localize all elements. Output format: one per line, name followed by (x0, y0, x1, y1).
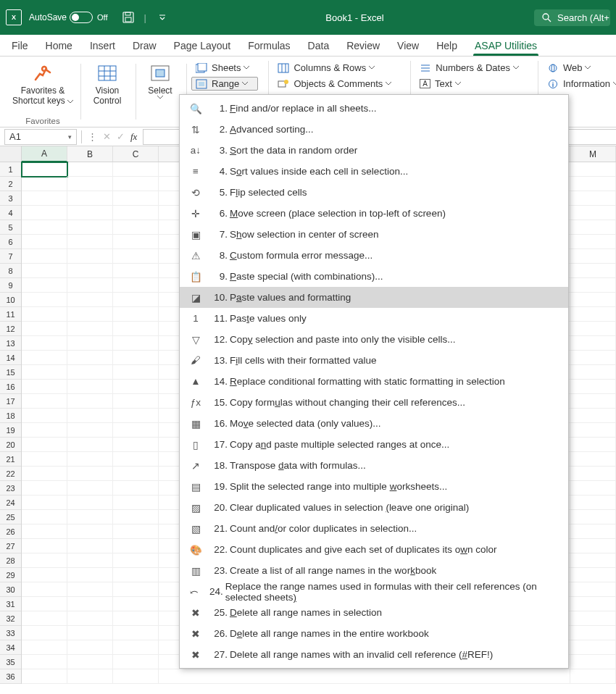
cell[interactable] (22, 582, 67, 597)
text-button[interactable]: AText (415, 77, 528, 91)
row-header[interactable]: 4 (0, 206, 21, 220)
cell[interactable] (570, 597, 616, 611)
cell[interactable] (113, 423, 159, 438)
cell[interactable] (22, 278, 67, 293)
cell[interactable] (113, 351, 159, 365)
cell[interactable] (67, 365, 113, 380)
cell[interactable] (67, 249, 113, 264)
cell[interactable] (570, 539, 616, 553)
cell[interactable] (22, 669, 67, 684)
row-header[interactable]: 20 (0, 438, 21, 452)
col-header-b[interactable]: B (67, 146, 113, 162)
tab-insert[interactable]: Insert (81, 35, 124, 56)
chevron-down-icon[interactable]: ▾ (68, 133, 72, 141)
cell[interactable] (22, 365, 67, 380)
row-header[interactable]: 26 (0, 524, 21, 539)
menu-item-10[interactable]: ◪10. Paste values and formatting (180, 287, 568, 308)
cell[interactable] (113, 568, 159, 582)
cell[interactable] (22, 553, 67, 568)
save-button[interactable] (118, 7, 138, 28)
cell[interactable] (113, 220, 159, 235)
cell[interactable] (22, 452, 67, 467)
cell[interactable] (570, 293, 616, 307)
cell[interactable] (67, 669, 113, 684)
cell[interactable] (67, 568, 113, 582)
row-header[interactable]: 32 (0, 611, 21, 626)
cell[interactable] (22, 611, 67, 626)
cell[interactable] (113, 611, 159, 626)
cell[interactable] (570, 438, 616, 452)
cell[interactable] (570, 264, 616, 278)
cell[interactable] (22, 524, 67, 539)
cell[interactable] (22, 336, 67, 351)
enter-icon[interactable]: ✓ (117, 131, 125, 142)
cell[interactable] (570, 177, 616, 191)
cell[interactable] (113, 510, 159, 524)
cell[interactable] (22, 568, 67, 582)
col-header-m[interactable]: M (570, 146, 616, 162)
objects-comments-button[interactable]: Objects & Comments (273, 77, 400, 91)
menu-item-26[interactable]: ✖26. Delete all range names in the entir… (180, 623, 568, 644)
tab-home[interactable]: Home (37, 35, 81, 56)
cell[interactable] (570, 380, 616, 394)
cell[interactable] (113, 582, 159, 597)
row-header[interactable]: 34 (0, 640, 21, 655)
menu-item-4[interactable]: ≡4. Sort values inside each cell in sele… (180, 161, 568, 182)
menu-item-22[interactable]: 🎨22. Count duplicates and give each set … (180, 539, 568, 560)
cell[interactable] (67, 293, 113, 307)
cancel-icon[interactable]: ✕ (103, 131, 111, 142)
select-all-corner[interactable] (0, 146, 21, 162)
tab-formulas[interactable]: Formulas (239, 35, 299, 56)
cell[interactable] (570, 351, 616, 365)
menu-item-20[interactable]: ▨20. Clear duplicated values in selectio… (180, 497, 568, 518)
row-header[interactable]: 9 (0, 278, 21, 293)
cell[interactable] (570, 307, 616, 322)
cell[interactable] (67, 524, 113, 539)
col-header-a[interactable]: A (22, 146, 67, 162)
menu-item-6[interactable]: ✛6. Move screen (place selection in top-… (180, 203, 568, 224)
cell[interactable] (22, 235, 67, 249)
cell[interactable] (570, 423, 616, 438)
tab-page-layout[interactable]: Page Layout (165, 35, 240, 56)
tab-review[interactable]: Review (338, 35, 388, 56)
row-header[interactable]: 3 (0, 191, 21, 206)
cell[interactable] (22, 626, 67, 640)
cell[interactable] (113, 394, 159, 409)
cell[interactable] (67, 409, 113, 423)
cell[interactable] (67, 438, 113, 452)
cell[interactable] (113, 380, 159, 394)
row-header[interactable]: 15 (0, 365, 21, 380)
cell[interactable] (22, 539, 67, 553)
row-header[interactable]: 35 (0, 655, 21, 669)
tab-view[interactable]: View (388, 35, 428, 56)
cell[interactable] (113, 640, 159, 655)
row-header[interactable]: 10 (0, 293, 21, 307)
cell[interactable] (570, 626, 616, 640)
cell[interactable] (67, 191, 113, 206)
cell[interactable] (113, 206, 159, 220)
row-header[interactable]: 30 (0, 582, 21, 597)
menu-item-13[interactable]: 🖌13. Fill cells with their formatted val… (180, 350, 568, 371)
row-header[interactable]: 7 (0, 249, 21, 264)
cell[interactable] (113, 191, 159, 206)
cell[interactable] (22, 496, 67, 510)
cell[interactable] (67, 611, 113, 626)
row-header[interactable]: 5 (0, 220, 21, 235)
tab-data[interactable]: Data (299, 35, 338, 56)
cell[interactable] (570, 553, 616, 568)
cell[interactable] (67, 394, 113, 409)
menu-item-15[interactable]: ƒx15. Copy formulas without changing the… (180, 392, 568, 413)
cell[interactable] (67, 351, 113, 365)
menu-item-27[interactable]: ✖27. Delete all range names with an inva… (180, 644, 568, 665)
cell[interactable] (113, 322, 159, 336)
cell[interactable] (570, 655, 616, 669)
cell[interactable] (22, 510, 67, 524)
menu-item-16[interactable]: ▦16. Move selected data (only values)... (180, 413, 568, 434)
cell[interactable] (570, 365, 616, 380)
cell[interactable] (570, 481, 616, 496)
cell[interactable] (67, 582, 113, 597)
cell[interactable] (22, 655, 67, 669)
cell[interactable] (67, 496, 113, 510)
row-header[interactable]: 13 (0, 336, 21, 351)
cell[interactable] (22, 640, 67, 655)
